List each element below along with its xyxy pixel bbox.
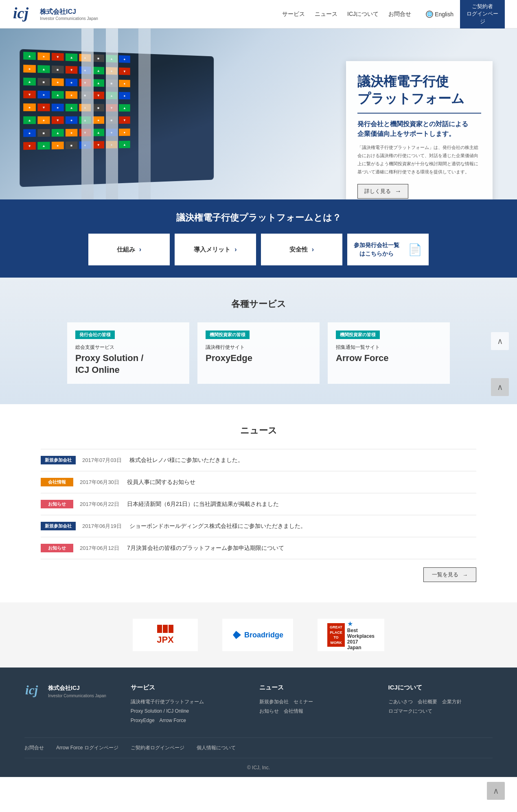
services-title: 各種サービス bbox=[24, 298, 493, 310]
news-section: ニュース 新規参加会社 2017年07月03日 株式会社レノバ様にご参加いただき… bbox=[0, 404, 517, 602]
btn-security-label: 安全性 bbox=[289, 246, 308, 254]
news-item: 会社情報 2017年06月30日 役員人事に関するお知らせ bbox=[41, 471, 476, 493]
broadridge-icon bbox=[232, 630, 242, 640]
service-label-2: 招集通知一覧サイト bbox=[336, 344, 442, 351]
partner-broadridge[interactable]: Broadridge bbox=[222, 619, 293, 651]
logo-text: 株式会社ICJ Investor Communications Japan bbox=[40, 8, 98, 21]
news-more-area: 一覧を見る → bbox=[41, 567, 476, 582]
pillar-decoration bbox=[138, 28, 151, 199]
news-date-2: 2017年06月22日 bbox=[80, 501, 120, 508]
platform-btn-structure[interactable]: 仕組み › bbox=[88, 234, 170, 265]
partners-section: JPX Broadridge GREAT PLACE TO WORK ★ Bes… bbox=[0, 602, 517, 668]
footer-col-services: サービス 議決権電子行使プラットフォーム Proxy Solution / IC… bbox=[131, 684, 235, 725]
partner-gwp[interactable]: GREAT PLACE TO WORK ★ Best Workplaces 20… bbox=[318, 619, 384, 651]
service-card-proxyedge[interactable]: 機関投資家の皆様 議決権行使サイト ProxyEdge bbox=[197, 322, 320, 384]
jpx-logo: JPX bbox=[157, 625, 174, 645]
platform-btn-merits[interactable]: 導入メリット › bbox=[175, 234, 256, 265]
news-more-button[interactable]: 一覧を見る → bbox=[423, 567, 476, 582]
scroll-up-button-2[interactable]: ∧ bbox=[491, 378, 509, 396]
footer-about-link-2[interactable]: ロゴマークについて bbox=[388, 707, 493, 716]
btn-merits-label: 導入メリット bbox=[194, 246, 230, 254]
platform-section: 議決権電子行使プラットフォームとは？ 仕組み › 導入メリット › 安全性 › … bbox=[0, 199, 517, 278]
news-text-1[interactable]: 役員人事に関するお知らせ bbox=[127, 479, 195, 486]
service-tag-issuer: 発行会社の皆様 bbox=[75, 330, 115, 339]
gwp-text4: WORK bbox=[330, 640, 342, 646]
logo: icj 株式会社ICJ Investor Communications Japa… bbox=[12, 5, 98, 23]
logo-svg: icj bbox=[12, 5, 37, 23]
platform-title: 議決権電子行使プラットフォームとは？ bbox=[16, 212, 501, 224]
globe-icon: 🌐 bbox=[426, 11, 433, 18]
broadridge-logo: Broadridge bbox=[232, 630, 283, 640]
news-more-label: 一覧を見る bbox=[432, 571, 458, 578]
copyright-text: © ICJ, Inc. bbox=[247, 765, 270, 770]
service-label-1: 議決権行使サイト bbox=[206, 344, 311, 351]
news-date-0: 2017年07月03日 bbox=[82, 457, 123, 464]
language-switcher[interactable]: 🌐 English bbox=[426, 11, 453, 18]
login-button[interactable]: ご契約者ログインページ bbox=[460, 0, 505, 28]
platform-btn-security[interactable]: 安全性 › bbox=[261, 234, 342, 265]
login-label: ご契約者ログインページ bbox=[467, 3, 498, 25]
hero-section: ▲● ▼▲ ●■ ▲● ●▲ ■▼ ●▲ ●▼ ▲■ ●● ▼▲ ■● ▼● ▲… bbox=[0, 28, 517, 199]
service-name-0: Proxy Solution / ICJ Online bbox=[75, 352, 181, 376]
hero-more-button[interactable]: 詳しく見る → bbox=[357, 184, 408, 199]
service-card-arrowforce[interactable]: 機関投資家の皆様 招集通知一覧サイト Arrow Force bbox=[328, 322, 450, 384]
btn-structure-label: 仕組み bbox=[117, 246, 135, 254]
footer-privacy-link[interactable]: 個人情報について bbox=[197, 744, 236, 751]
broadridge-text: Broadridge bbox=[244, 631, 283, 639]
news-text-0[interactable]: 株式会社レノバ様にご参加いただきました。 bbox=[129, 457, 243, 464]
news-text-4[interactable]: 7月決算会社の皆様のプラットフォーム参加申込期限について bbox=[127, 545, 284, 552]
news-item: お知らせ 2017年06月12日 7月決算会社の皆様のプラットフォーム参加申込期… bbox=[41, 537, 476, 559]
platform-btn-list[interactable]: 参加発行会社一覧はこちらから 📄 bbox=[347, 234, 429, 265]
footer: icj 株式会社ICJ Investor Communications Japa… bbox=[0, 668, 517, 777]
footer-about-title: ICJについて bbox=[388, 684, 493, 692]
hero-title: 議決権電子行使 プラットフォーム bbox=[357, 73, 481, 107]
gwp-text2: PLACE bbox=[330, 630, 342, 635]
news-tag-4: お知らせ bbox=[41, 544, 73, 552]
pillar-decoration bbox=[106, 28, 118, 199]
footer-arrowforce-link[interactable]: Arrow Force ログインページ bbox=[56, 744, 118, 751]
news-text-3[interactable]: ショーボンドホールディングス株式会社様にご参加いただきました。 bbox=[129, 523, 306, 530]
scroll-up-button[interactable]: ∧ bbox=[491, 332, 509, 350]
footer-top: icj 株式会社ICJ Investor Communications Japa… bbox=[24, 684, 493, 725]
language-label: English bbox=[435, 11, 453, 18]
footer-login-link[interactable]: ご契約者ログインページ bbox=[131, 744, 184, 751]
news-item: 新規参加会社 2017年07月03日 株式会社レノバ様にご参加いただきました。 bbox=[41, 449, 476, 471]
hero-more-label: 詳しく見る bbox=[364, 188, 391, 195]
gwp-text3: TO bbox=[333, 635, 338, 640]
nav-services[interactable]: サービス bbox=[282, 11, 305, 18]
nav-about[interactable]: ICJについて bbox=[347, 11, 379, 18]
footer-col-about: ICJについて ごあいさつ 会社概要 企業方針 ロゴマークについて bbox=[388, 684, 493, 725]
news-tag-1: 会社情報 bbox=[41, 478, 73, 486]
arrow-right-icon: → bbox=[462, 572, 468, 578]
gwp-logo: GREAT PLACE TO WORK ★ Best Workplaces 20… bbox=[327, 620, 375, 650]
svg-marker-1 bbox=[233, 631, 241, 639]
news-item: お知らせ 2017年06月22日 日本経済新聞（6月21日）に当社調査結果が掲載… bbox=[41, 493, 476, 515]
service-label-0: 総会支援サービス bbox=[75, 344, 181, 351]
footer-copyright: © ICJ, Inc. bbox=[24, 758, 493, 777]
chevron-right-icon: › bbox=[139, 246, 141, 253]
footer-service-link-3[interactable]: ProxyEdge Arrow Force bbox=[131, 716, 235, 725]
nav-news[interactable]: ニュース bbox=[315, 11, 337, 18]
gwp-year-text: 2017 bbox=[347, 639, 375, 645]
main-nav: サービス ニュース ICJについて お問合せ 🌐 English bbox=[282, 11, 453, 18]
news-title: ニュース bbox=[41, 425, 476, 437]
news-tag-2: お知らせ bbox=[41, 500, 73, 508]
footer-logo-kanji: 株式会社ICJ bbox=[48, 685, 106, 692]
nav-contact[interactable]: お問合せ bbox=[388, 11, 411, 18]
partner-jpx[interactable]: JPX bbox=[133, 619, 198, 651]
footer-service-link-1[interactable]: 議決権電子行使プラットフォーム bbox=[131, 697, 235, 707]
hero-description: 「議決権電子行使プラットフォーム」は、発行会社の株主総会における議決権の行使につ… bbox=[357, 144, 481, 176]
footer-logo-svg: icj bbox=[24, 684, 45, 698]
footer-news-link-1[interactable]: 新規参加会社 セミナー bbox=[259, 697, 364, 707]
service-name-2: Arrow Force bbox=[336, 352, 442, 364]
hero-info-card: 議決権電子行使 プラットフォーム 発行会社と機関投資家との対話による 企業価値向… bbox=[346, 61, 493, 199]
service-card-proxy[interactable]: 発行会社の皆様 総会支援サービス Proxy Solution / ICJ On… bbox=[67, 322, 189, 384]
hero-divider bbox=[357, 113, 481, 114]
footer-news-title: ニュース bbox=[259, 684, 364, 692]
footer-about-link-1[interactable]: ごあいさつ 会社概要 企業方針 bbox=[388, 697, 493, 707]
footer-contact-link[interactable]: お問合せ bbox=[24, 744, 44, 751]
footer-service-link-2[interactable]: Proxy Solution / ICJ Online bbox=[131, 707, 235, 716]
footer-news-link-2[interactable]: お知らせ 会社情報 bbox=[259, 707, 364, 716]
gwp-star-icon: ★ bbox=[347, 620, 375, 628]
news-text-2[interactable]: 日本経済新聞（6月21日）に当社調査結果が掲載されました bbox=[127, 501, 279, 508]
